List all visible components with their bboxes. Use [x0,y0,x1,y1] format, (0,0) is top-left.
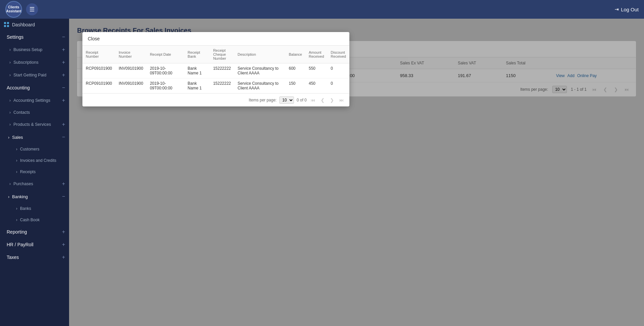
modal-cell-description: Service Consultancy to Client AAAA [234,63,285,78]
sidebar-item-dashboard[interactable]: Dashboard [0,19,69,31]
sidebar-item-banking[interactable]: › Banking − [0,190,69,203]
modal-cell-balance: 600 [285,63,305,78]
chevron-right-icon: › [16,206,17,211]
sidebar-item-products-services[interactable]: › Products & Services + [0,118,69,131]
modal-table-header: ReceiptNumber InvoiceNumber Receipt Date… [82,46,349,63]
modal-cell-invoice-number: INV09101900 [115,78,146,93]
sidebar-item-business-setup[interactable]: › Business Setup + [0,43,69,56]
collapse-icon[interactable]: − [62,134,65,140]
sidebar-item-label: Dashboard [12,22,35,27]
modal-pagination-last-button[interactable]: ⏭ [338,97,345,103]
sidebar-item-label: Accounting Settings [13,98,50,103]
logout-icon: ⇥ [615,6,619,12]
chevron-right-icon: › [8,194,9,199]
expand-icon[interactable]: + [62,254,65,260]
hamburger-button[interactable]: ☰ [26,3,38,15]
sidebar-item-hr-payroll[interactable]: HR / PayRoll + [0,238,69,251]
chevron-right-icon: › [9,98,11,103]
modal-col-receipt-bank: Receipt Bank [184,46,210,63]
collapse-icon[interactable]: − [62,194,65,200]
sidebar-item-invoices-credits[interactable]: › Invoices and Credits [0,155,69,166]
modal-table-row: RCP09101900 INV09101900 2019-10-09T00:00… [82,78,349,93]
expand-icon[interactable]: + [62,121,65,127]
modal-cell-receipt-number: RCP09101900 [82,63,115,78]
modal-cell-amount-received: 550 [305,63,327,78]
chevron-right-icon: › [9,73,11,77]
chevron-right-icon: › [16,170,17,174]
modal-cell-amount-received: 450 [305,78,327,93]
brand-logo: Clients Assistant [5,1,22,18]
chevron-right-icon: › [9,122,11,127]
modal-cell-description: Service Consultancy to Client AAAA [234,78,285,93]
modal-per-page-select[interactable]: 10 25 50 [279,96,294,104]
expand-icon[interactable]: + [62,229,65,235]
expand-icon[interactable]: + [62,72,65,78]
sidebar-item-label: Purchases [13,182,33,186]
modal-cell-balance: 150 [285,78,305,93]
collapse-icon[interactable]: − [62,85,65,91]
sidebar-item-purchases[interactable]: › Purchases + [0,178,69,190]
sidebar-item-label: Customers [20,147,39,151]
sidebar-item-taxes[interactable]: Taxes + [0,251,69,264]
sidebar-item-label: Subscriptions [13,60,38,65]
sidebar-item-label: HR / PayRoll [7,242,33,247]
sidebar-item-banks[interactable]: › Banks [0,203,69,214]
modal-cell-receipt-number: RCP09101900 [82,78,115,93]
receipts-modal: Close ReceiptNumber InvoiceNumber Receip… [82,32,349,106]
logout-button[interactable]: ⇥ Log Out [615,6,639,12]
sidebar-item-contacts[interactable]: › Contacts [0,107,69,118]
grid-icon [4,22,9,27]
sidebar-item-label: Business Setup [13,47,42,52]
sidebar-item-label: Banking [12,194,28,199]
modal-pagination-first-button[interactable]: ⏮ [309,97,317,103]
sidebar-item-settings[interactable]: Settings − [0,31,69,43]
modal-col-amount-received: AmountReceived [305,46,327,63]
sidebar-item-label: Receipts [20,170,36,174]
expand-icon[interactable]: + [62,181,65,187]
chevron-right-icon: › [9,47,11,52]
chevron-right-icon: › [8,135,9,140]
modal-pagination-next-button[interactable]: ❯ [329,97,335,103]
modal-cell-discount-received: 0 [327,63,349,78]
modal-cell-invoice-number: INV09101900 [115,63,146,78]
modal-cell-discount-received: 0 [327,78,349,93]
sidebar-item-cash-book[interactable]: › Cash Book [0,214,69,226]
chevron-right-icon: › [9,182,11,186]
chevron-right-icon: › [16,218,17,222]
expand-icon[interactable]: + [62,97,65,103]
sidebar-item-label: Invoices and Credits [20,158,56,163]
modal-pagination-info: 0 of 0 [297,98,307,102]
sidebar-item-customers[interactable]: › Customers [0,143,69,155]
sidebar-item-accounting[interactable]: Accounting − [0,81,69,94]
chevron-right-icon: › [16,158,17,163]
sidebar-item-start-getting-paid[interactable]: › Start Getting Paid + [0,69,69,81]
chevron-right-icon: › [9,110,11,115]
modal-col-receipt-date: Receipt Date [146,46,184,63]
sidebar-item-receipts[interactable]: › Receipts [0,166,69,178]
modal-col-invoice-number: InvoiceNumber [115,46,146,63]
main-layout: Dashboard Settings − › Business Setup + … [0,19,644,326]
sidebar-item-reporting[interactable]: Reporting + [0,226,69,238]
collapse-icon[interactable]: − [62,34,65,40]
modal-col-receipt-number: ReceiptNumber [82,46,115,63]
sidebar-item-subscriptions[interactable]: › Subscriptions + [0,56,69,69]
sidebar-item-label: Start Getting Paid [13,73,46,77]
expand-icon[interactable]: + [62,47,65,53]
sidebar-item-label: Accounting [7,85,30,90]
sidebar-item-sales[interactable]: › Sales − [0,131,69,143]
chevron-right-icon: › [9,60,11,65]
modal-cell-cheque-number: 15222222 [210,63,234,78]
modal-header: Close [82,32,349,46]
main-content: Browse Receipts For Sales Invoices Custo… [69,19,644,326]
modal-cell-receipt-date: 2019-10-09T00:00:00 [146,63,184,78]
modal-per-page-label: Items per page: [249,98,277,102]
modal-col-discount-received: DiscountReceived [327,46,349,63]
expand-icon[interactable]: + [62,59,65,65]
expand-icon[interactable]: + [62,242,65,248]
close-button[interactable]: Close [88,36,100,41]
brand-section: Clients Assistant ☰ [5,1,38,18]
sidebar-item-label: Contacts [13,110,30,115]
sidebar-item-accounting-settings[interactable]: › Accounting Settings + [0,94,69,107]
modal-pagination-prev-button[interactable]: ❮ [319,97,326,103]
modal-col-balance: Balance [285,46,305,63]
